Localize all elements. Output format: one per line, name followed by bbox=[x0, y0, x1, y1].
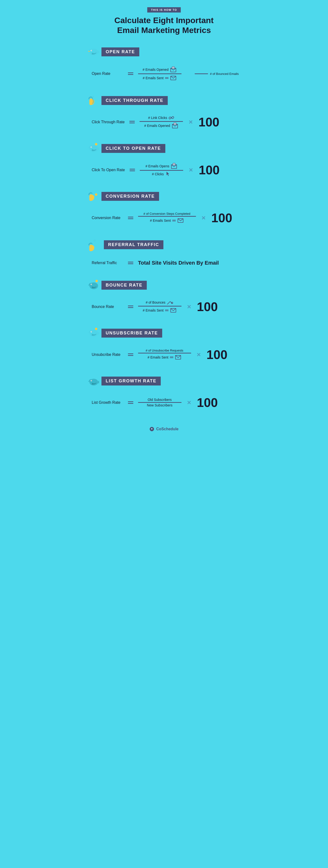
svg-line-28 bbox=[167, 302, 170, 304]
svg-point-21 bbox=[95, 193, 97, 196]
denominator-open-rate: # Emails Sent bbox=[143, 75, 176, 82]
section-header-open-rate: OPEN RATE bbox=[87, 45, 241, 59]
denominator-ctor: # Clicks bbox=[152, 171, 171, 177]
hundred-conversion: 100 bbox=[211, 211, 232, 225]
bounced-line bbox=[195, 73, 208, 74]
fraction-open-rate: # Emails Opened # Emails Sent bbox=[138, 66, 181, 82]
referral-equals-text: Total Site Visits Driven By Email bbox=[138, 260, 219, 266]
svg-point-15 bbox=[91, 147, 92, 147]
ctor-icon bbox=[87, 141, 100, 156]
fraction-list-growth: Old Subscribers New Subscribers bbox=[138, 398, 181, 407]
fraction-ctor: # Emails Opens # Clicks bbox=[140, 163, 183, 177]
svg-point-27 bbox=[95, 280, 98, 282]
section-header-bounce: BOUNCE RATE bbox=[87, 278, 241, 292]
ctr-icon bbox=[87, 93, 100, 107]
unsub-formula: Unsubcribe Rate # of Unsubscribe Request… bbox=[87, 347, 241, 362]
svg-point-26 bbox=[91, 284, 92, 285]
section-title-bounce: BOUNCE RATE bbox=[101, 281, 147, 290]
equals-bounce bbox=[128, 306, 133, 308]
footer-logo-text: CoSchedule bbox=[156, 427, 178, 431]
equals-conversion bbox=[128, 217, 133, 219]
equals-ctr bbox=[129, 121, 135, 123]
svg-point-39 bbox=[91, 380, 92, 381]
svg-point-16 bbox=[95, 143, 97, 146]
numerator-bounce: # of Bounces bbox=[146, 300, 174, 305]
times-ctor: × bbox=[189, 166, 193, 174]
hundred-bounce: 100 bbox=[197, 300, 218, 314]
denominator-unsub: # Emails Sent bbox=[148, 354, 181, 361]
hundred-ctor: 100 bbox=[199, 163, 219, 177]
bounce-graph-icon bbox=[167, 300, 174, 305]
unsub-icon bbox=[87, 326, 100, 340]
footer: CoSchedule bbox=[87, 422, 241, 431]
fraction-unsub: # of Unsubscribe Requests # Emails Sent bbox=[138, 349, 191, 361]
svg-rect-10 bbox=[174, 123, 176, 125]
fraction-line-ctor bbox=[140, 170, 183, 171]
ctor-formula: Click To Open Rate # Emails Opens bbox=[87, 163, 241, 177]
section-header-referral: REFERRAL TRAFFIC bbox=[87, 237, 241, 253]
fraction-line-list-growth bbox=[138, 402, 181, 403]
list-growth-formula: List Growth Rate Old Subscribers New Sub… bbox=[87, 395, 241, 410]
envelope-icon-1 bbox=[170, 75, 177, 82]
section-ctor: CLICK TO OPEN RATE Click To Open Rate # … bbox=[87, 141, 241, 177]
envelope-icon-2 bbox=[177, 217, 184, 224]
numerator-list-growth: Old Subscribers bbox=[148, 398, 172, 402]
fraction-line-ctr bbox=[140, 121, 183, 122]
fraction-line-conversion bbox=[138, 216, 196, 217]
cursor-icon bbox=[165, 171, 171, 177]
section-click-through-rate: CLICK THROUGH RATE Click Through Rate # … bbox=[87, 93, 241, 129]
conversion-formula: Conversion Rate # of Conversion Steps Co… bbox=[87, 211, 241, 225]
section-title-open-rate: OPEN RATE bbox=[101, 48, 140, 56]
times-unsub: × bbox=[197, 351, 201, 359]
numerator-open-rate: # Emails Opened bbox=[143, 66, 177, 73]
svg-point-8 bbox=[92, 96, 94, 98]
list-growth-icon bbox=[87, 374, 100, 388]
section-header-unsub: UNSUBSCRIBE RATE bbox=[87, 326, 241, 340]
label-list-growth: List Growth Rate bbox=[92, 400, 123, 405]
open-rate-icon bbox=[87, 45, 100, 59]
section-header-conversion: CONVERSION RATE bbox=[87, 189, 241, 204]
fraction-ctr: # Link Clicks # Emails Opened bbox=[140, 115, 183, 129]
label-open-rate: Open Rate bbox=[92, 71, 123, 76]
envelope-icon-3 bbox=[170, 307, 177, 314]
main-title: Calculate Eight Important Email Marketin… bbox=[87, 16, 241, 35]
equals-ctor bbox=[130, 169, 135, 171]
svg-point-2 bbox=[91, 50, 92, 51]
denominator-conversion: # Emails Sent bbox=[150, 217, 184, 224]
hundred-list-growth: 100 bbox=[197, 395, 218, 410]
section-bounce: BOUNCE RATE Bounce Rate # of Bounces bbox=[87, 278, 241, 314]
section-conversion: CONVERSION RATE Conversion Rate # of Con… bbox=[87, 189, 241, 225]
page-wrapper: THIS IS HOW TO Calculate Eight Important… bbox=[82, 0, 246, 441]
section-title-conversion: CONVERSION RATE bbox=[101, 192, 159, 201]
section-unsubscribe: UNSUBSCRIBE RATE Unsubcribe Rate # of Un… bbox=[87, 326, 241, 362]
hundred-ctr: 100 bbox=[199, 115, 219, 129]
section-referral: REFERRAL TRAFFIC Referral Traffic Total … bbox=[87, 237, 241, 266]
footer-logo-container: CoSchedule bbox=[87, 427, 241, 431]
envelope-icon-4 bbox=[175, 354, 181, 361]
fraction-line-open-rate bbox=[138, 73, 181, 74]
denominator-bounce: # Emails Sent bbox=[143, 307, 176, 314]
label-referral: Referral Traffic bbox=[92, 261, 123, 265]
svg-point-30 bbox=[171, 302, 173, 304]
svg-rect-18 bbox=[173, 163, 175, 165]
bounce-formula: Bounce Rate # of Bounces # Emails Sent bbox=[87, 300, 241, 314]
open-rate-formula: Open Rate # Emails Opened # bbox=[87, 66, 241, 82]
fraction-line-unsub bbox=[138, 353, 191, 353]
label-ctor: Click To Open Rate bbox=[92, 168, 125, 172]
times-bounce: × bbox=[187, 303, 191, 311]
label-conversion: Conversion Rate bbox=[92, 216, 123, 220]
bounced-emails: # of Bounced Emails bbox=[195, 72, 241, 75]
numerator-ctor: # Emails Opens bbox=[146, 163, 178, 169]
referral-icon bbox=[87, 237, 103, 253]
equals-unsub bbox=[128, 353, 133, 356]
conversion-icon bbox=[87, 189, 100, 204]
fraction-bounce: # of Bounces # Emails Sent bbox=[138, 300, 181, 314]
envelope-open-icon-1 bbox=[170, 66, 177, 73]
svg-point-41 bbox=[151, 428, 152, 429]
svg-point-34 bbox=[91, 332, 92, 332]
equals-list-growth bbox=[128, 401, 133, 404]
section-header-ctr: CLICK THROUGH RATE bbox=[87, 93, 241, 107]
section-header-ctor: CLICK TO OPEN RATE bbox=[87, 141, 241, 156]
times-ctr: × bbox=[189, 118, 192, 126]
referral-formula: Referral Traffic Total Site Visits Drive… bbox=[87, 260, 241, 266]
